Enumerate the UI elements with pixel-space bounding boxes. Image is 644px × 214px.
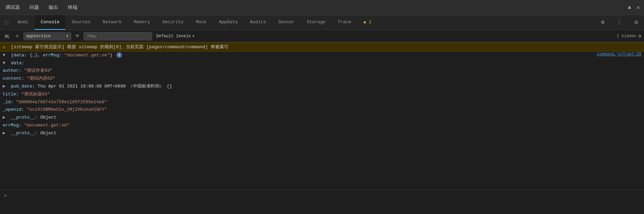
log-entry-content: content: "测试内容03" xyxy=(0,75,644,83)
nav-tab-more[interactable]: ⋮ xyxy=(610,15,628,30)
nav-tab-sensor[interactable]: Sensor xyxy=(272,15,301,30)
prompt-icon: > xyxy=(4,193,7,198)
filter-input[interactable] xyxy=(84,32,152,40)
warning-count: ▲ 1 xyxy=(363,19,371,25)
nav-tab-storage[interactable]: Storage xyxy=(300,15,332,30)
console-area: ⊘ appservice ▾ 👁 Default levels ▾ 1 hidd… xyxy=(0,30,644,202)
expand-proto-root-arrow[interactable]: ▶ xyxy=(3,130,7,137)
nav-tab-settings[interactable]: ⚙ xyxy=(595,15,611,30)
source-selector[interactable]: appservice ▾ xyxy=(23,32,71,40)
expand-pubdate-arrow[interactable]: ▶ xyxy=(3,83,7,90)
nav-tab-sources[interactable]: Sources xyxy=(65,15,97,30)
eye-icon[interactable]: 👁 xyxy=(73,32,82,40)
title-tab-issues[interactable]: 问题 xyxy=(28,2,40,13)
input-bar: > xyxy=(0,189,644,202)
nav-tab-trace[interactable]: Trace xyxy=(332,15,357,30)
nav-tab-appdata[interactable]: AppData xyxy=(213,15,244,30)
info-badge: i xyxy=(116,52,122,58)
title-tab-debugger[interactable]: 调试器 xyxy=(4,2,21,13)
warning-banner-row: ⚠ [sitemap 索引情况提示] 根据 sitemap 的规则[0]，当前页… xyxy=(0,42,644,52)
nav-tab-network[interactable]: Network xyxy=(97,15,128,30)
source-link[interactable]: command.js?​[sm]:28 xyxy=(597,52,641,57)
title-controls: ▲ ✕ xyxy=(628,4,640,11)
nav-bar: ⬚ Wxml Console Sources Network Memory Se… xyxy=(0,15,644,30)
log-entry-errmsg: errMsg: "document.get:ok" xyxy=(0,122,644,130)
close-button[interactable]: ✕ xyxy=(636,4,640,11)
svg-rect-1 xyxy=(5,36,8,37)
log-entry-proto-data: ▶ __proto__: Object xyxy=(0,114,644,122)
log-entry-author: author: "测试作者03" xyxy=(0,67,644,75)
log-rows: ⚠ [sitemap 索引情况提示] 根据 sitemap 的规则[0]，当前页… xyxy=(0,42,644,202)
log-entry-root: ▼ {data: {…}, errMsg: "document.get:ok"}… xyxy=(0,52,644,59)
log-entry-proto-root: ▶ __proto__: Object xyxy=(0,130,644,137)
source-dropdown-icon: ▾ xyxy=(66,34,69,39)
nav-tab-audits[interactable]: Audits xyxy=(244,15,272,30)
warning-banner-text: ⚠ [sitemap 索引情况提示] 根据 sitemap 的规则[0]，当前页… xyxy=(3,43,641,51)
title-tab-terminal[interactable]: 终端 xyxy=(66,2,79,13)
log-entry-openid: _openid: "oclXt0BMUeC5x_1MjIXKihuhIGFY" xyxy=(0,106,644,114)
source-label: appservice xyxy=(26,34,51,39)
log-entry-title: title: "测试标题03" xyxy=(0,91,644,98)
log-entry-id: _id: "b00064a760741e750e1185f2595e14a6" xyxy=(0,98,644,106)
nav-tab-console[interactable]: Console xyxy=(35,15,66,30)
console-input[interactable] xyxy=(10,193,640,198)
levels-dropdown-icon: ▾ xyxy=(192,34,195,39)
title-tab-output[interactable]: 输出 xyxy=(47,2,60,13)
nav-tab-security[interactable]: Security xyxy=(156,15,190,30)
title-tabs: 调试器 问题 输出 终端 xyxy=(4,2,79,13)
warning-triangle-icon: ⚠ xyxy=(3,44,5,50)
svg-rect-2 xyxy=(5,37,8,38)
levels-label: Default levels xyxy=(156,34,191,39)
nav-tab-mock[interactable]: Mock xyxy=(190,15,213,30)
expand-data-arrow[interactable]: ▼ xyxy=(3,60,7,67)
nav-tab-cursor[interactable]: ⬚ xyxy=(1,15,12,30)
levels-selector[interactable]: Default levels ▾ xyxy=(154,33,197,39)
expand-root-arrow[interactable]: ▼ xyxy=(3,52,7,59)
nav-tab-dock[interactable]: ⊡ xyxy=(628,15,644,30)
svg-rect-0 xyxy=(5,35,9,36)
stop-button[interactable]: ⊘ xyxy=(13,32,21,40)
clear-console-button[interactable] xyxy=(3,32,11,40)
toolbar: ⊘ appservice ▾ 👁 Default levels ▾ 1 hidd… xyxy=(0,30,644,42)
log-entry-pubdate: ▶ pub_date: Thu Apr 01 2021 10:00:00 GMT… xyxy=(0,83,644,91)
hidden-count: 1 hidden ⚙ xyxy=(617,33,641,39)
log-entry-data-key: ▼ data: xyxy=(0,59,644,67)
minimize-button[interactable]: ▲ xyxy=(628,4,631,11)
expand-proto-data-arrow[interactable]: ▶ xyxy=(3,114,7,121)
settings-icon[interactable]: ⚙ xyxy=(639,33,641,39)
nav-tab-memory[interactable]: Memory xyxy=(128,15,156,30)
nav-tab-wxml[interactable]: Wxml xyxy=(12,15,35,30)
title-bar: 调试器 问题 输出 终端 ▲ ✕ xyxy=(0,0,644,15)
nav-tab-warning[interactable]: ▲ 1 xyxy=(357,15,377,30)
